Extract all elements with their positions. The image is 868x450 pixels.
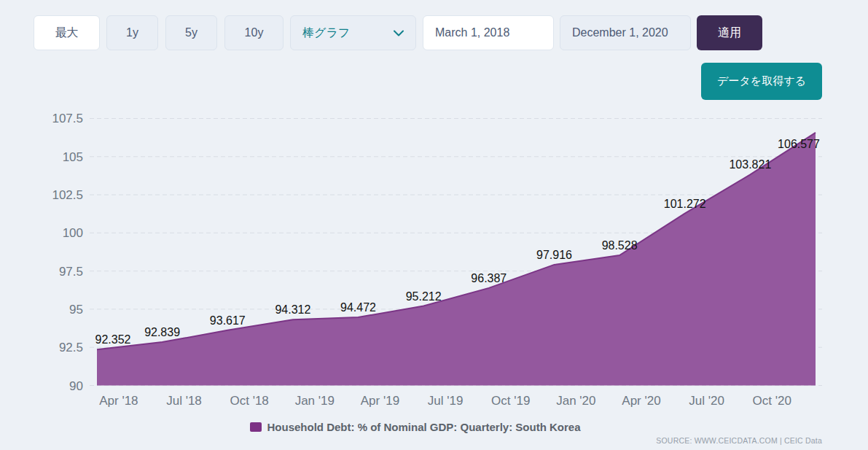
y-axis-label: 105 (63, 150, 83, 164)
data-point-label: 106.577 (778, 138, 820, 150)
legend[interactable]: Household Debt: % of Nominal GDP: Quarte… (0, 421, 831, 433)
data-point-label: 96.387 (471, 272, 507, 284)
data-point-label: 93.617 (210, 314, 246, 327)
x-axis-label: Oct '18 (230, 394, 268, 408)
data-point-label: 94.312 (275, 303, 310, 316)
y-axis-label: 92.5 (59, 341, 83, 354)
area-series[interactable] (97, 133, 816, 386)
x-axis-label: Jan '19 (295, 394, 335, 408)
x-axis-label: Oct '20 (753, 394, 791, 408)
data-point-label: 103.821 (729, 158, 771, 171)
data-point-label: 97.916 (536, 249, 572, 261)
x-axis-label: Apr '20 (622, 394, 660, 408)
chart-page: 最大 1y 5y 10y 棒グラフ March 1, 2018 December… (0, 0, 868, 450)
data-point-label: 92.352 (95, 333, 131, 346)
legend-label: Household Debt: % of Nominal GDP: Quarte… (267, 421, 580, 433)
data-point-label: 92.839 (144, 326, 180, 338)
data-point-label: 101.272 (664, 198, 706, 210)
x-axis-label: Apr '18 (99, 394, 138, 408)
y-axis-label: 107.5 (52, 112, 83, 125)
y-axis-label: 100 (63, 226, 83, 240)
data-point-label: 95.212 (406, 290, 442, 303)
y-axis-label: 90 (69, 379, 83, 393)
legend-marker-icon (250, 422, 262, 432)
x-axis-label: Jul '20 (689, 394, 724, 408)
x-axis-label: Jan '20 (556, 394, 595, 408)
x-axis-label: Jul '18 (166, 394, 202, 408)
y-axis-label: 102.5 (52, 188, 83, 202)
data-point-label: 94.472 (340, 301, 376, 314)
household-debt-area-chart: 9092.59597.5100102.5105107.5Apr '18Jul '… (0, 0, 868, 450)
data-point-label: 98.528 (602, 239, 638, 252)
y-axis-label: 95 (69, 303, 83, 317)
source-credit: SOURCE: WWW.CEICDATA.COM | CEIC Data (656, 436, 822, 445)
y-axis-label: 97.5 (59, 265, 83, 279)
x-axis-label: Jul '19 (428, 394, 464, 408)
x-axis-label: Oct '19 (491, 394, 530, 408)
x-axis-label: Apr '19 (361, 394, 399, 408)
